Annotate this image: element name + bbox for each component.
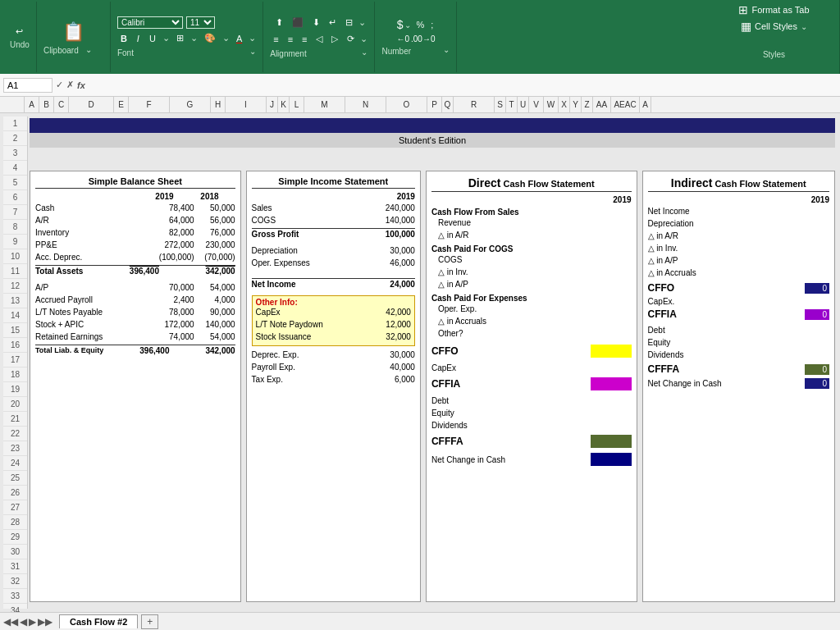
row-21: 21 [3,412,27,427]
align-middle-button[interactable]: ⬛ [289,16,307,30]
row-22: 22 [3,427,27,441]
orientation-button[interactable]: ⟳ [344,32,358,46]
formula-cross-icon[interactable]: ✗ [66,80,74,90]
row-numbers: 1 2 3 4 5 6 7 8 9 10 11 12 13 14 15 16 1… [3,116,28,609]
indirect-cffo-val: 0 [805,283,829,294]
col-header-l[interactable]: L [290,97,304,112]
formula-check-icon[interactable]: ✓ [56,80,63,90]
col-header-o[interactable]: O [386,97,427,112]
border-arrow-icon[interactable]: ⌄ [190,33,198,43]
align-top-button[interactable]: ⬆ [272,16,286,30]
ribbon: ↩ Undo 📋 Clipboard ⌄ Calibri 11 B I U [0,0,840,74]
col-header-c[interactable]: C [54,97,69,112]
bs-accpayroll-label: Accrued Payroll [35,294,153,306]
bs-accdeprec-val1: (100,000) [153,252,194,263]
col-header-j[interactable]: J [267,97,278,112]
col-header-e[interactable]: E [114,97,129,112]
col-header-f[interactable]: F [129,97,170,112]
col-header-m[interactable]: M [304,97,345,112]
col-header-b[interactable]: B [39,97,54,112]
italic-button[interactable]: I [134,32,143,45]
paste-button[interactable]: 📋 [59,20,88,44]
row-23: 23 [3,441,27,456]
wrap-text-button[interactable]: ↵ [326,16,340,30]
number-expand-icon[interactable]: ⌄ [443,45,450,56]
bs-ppe-label: PP&E [35,240,153,251]
sheet-tab-label: Cash Flow #2 [70,617,127,627]
merge-button[interactable]: ⊟ [342,16,356,30]
col-header-z[interactable]: Z [582,97,593,112]
align-right-button[interactable]: ≡ [299,33,310,46]
col-header-y[interactable]: Y [570,97,582,112]
font-color-button[interactable]: A [233,32,245,45]
dollar-arrow-icon[interactable]: ⌄ [404,21,411,30]
indirect-delta-ap-label: △ in A/P [648,255,678,267]
direct-cfffa-row: CFFFA [431,435,632,448]
col-header-w[interactable]: W [544,97,559,112]
fill-arrow-icon[interactable]: ⌄ [222,33,230,43]
col-header-x[interactable]: X [559,97,570,112]
col-header-a[interactable]: A [25,97,39,112]
col-header-u[interactable]: U [518,97,529,112]
indirect-accruals-row: △ in Accruals [648,267,829,279]
row-10: 10 [3,249,27,264]
col-header-q[interactable]: Q [442,97,454,112]
nav-arrows: ◀◀ ◀ ▶ ▶▶ [3,616,52,628]
align-center-button[interactable]: ≡ [285,33,296,46]
indirect-cffia-val: 0 [805,309,829,320]
decrease-indent-button[interactable]: ◁ [313,32,326,46]
direct-delta-ar-row: △ in A/R [431,230,632,241]
indirect-suffix: Cash Flow Statement [714,179,806,189]
alignment-expand-icon[interactable]: ⌄ [361,48,368,58]
underline-arrow-icon[interactable]: ⌄ [162,33,170,43]
col-header-r[interactable]: R [454,97,495,112]
indirect-year: 2019 [811,195,829,204]
direct-delta-inv-label: △ in Inv. [431,267,468,278]
fill-color-button[interactable]: 🎨 [201,31,219,45]
nav-last-icon[interactable]: ▶▶ [38,616,52,628]
font-expand-icon[interactable]: ⌄ [249,47,256,57]
cash-flow-tab[interactable]: Cash Flow #2 [59,614,138,628]
formula-input[interactable] [89,79,837,92]
align-left-button[interactable]: ≡ [270,33,281,46]
nav-first-icon[interactable]: ◀◀ [3,616,18,628]
col-header-aeac[interactable]: AEAC [611,97,640,112]
col-header-d[interactable]: D [69,97,114,112]
clipboard-expand-icon[interactable]: ⌄ [85,45,92,54]
orient-arrow-icon[interactable]: ⌄ [360,34,368,44]
underline-button[interactable]: U [146,32,159,45]
add-sheet-button[interactable]: + [141,614,158,629]
col-header-t[interactable]: T [506,97,518,112]
undo-button[interactable]: ↩ [12,25,26,39]
nav-next-icon[interactable]: ▶ [29,616,36,628]
col-header-p[interactable]: P [427,97,442,112]
font-family-select[interactable]: Calibri [117,16,183,29]
cell-styles-arrow-icon[interactable]: ⌄ [801,22,807,31]
font-size-select[interactable]: 11 [186,16,215,29]
increase-indent-button[interactable]: ▷ [328,32,341,46]
col-header-i[interactable]: I [226,97,267,112]
col-header-s[interactable]: S [495,97,506,112]
col-header-g[interactable]: G [170,97,211,112]
format-as-table-label[interactable]: Format as Tab [751,5,809,15]
cell-styles-label[interactable]: Cell Styles [755,21,797,31]
align-bottom-button[interactable]: ⬇ [309,16,323,30]
col-header-last[interactable]: A [640,97,651,112]
bs-spacer [35,192,129,201]
merge-arrow-icon[interactable]: ⌄ [358,17,366,28]
cell-reference-input[interactable] [3,78,52,93]
direct-year-header: 2019 [431,195,632,204]
direct-capex-label: CapEx [431,363,456,374]
col-header-n[interactable]: N [345,97,386,112]
bold-button[interactable]: B [117,32,130,45]
col-header-k[interactable]: K [278,97,290,112]
nav-prev-icon[interactable]: ◀ [20,616,27,628]
col-header-h[interactable]: H [211,97,226,112]
border-button[interactable]: ⊞ [173,31,187,45]
bs-ap-val2: 54,000 [194,282,235,294]
font-color-arrow-icon[interactable]: ⌄ [249,33,256,43]
col-header-aa[interactable]: AA [593,97,611,112]
number-section: $ ⌄ % ; ←0 .00→0 Number ⌄ [375,2,457,72]
col-header-v[interactable]: V [529,97,544,112]
bs-ar-val1: 64,000 [153,215,194,226]
